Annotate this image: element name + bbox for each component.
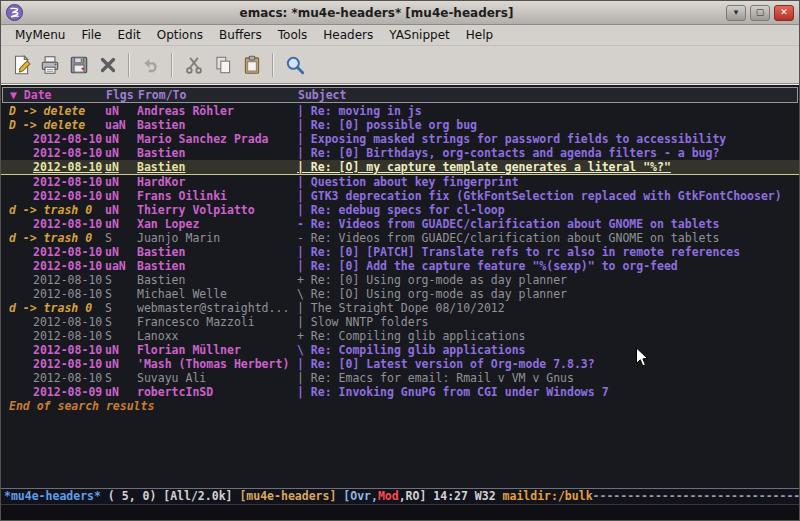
col-subject: | Re: [0] Latest version of Org-mode 7.8… bbox=[297, 357, 799, 371]
print-button[interactable] bbox=[35, 50, 64, 79]
message-row[interactable]: 2012-08-10uaNBastien| Re: [0] Add the ca… bbox=[1, 259, 799, 273]
col-date: 2012-08-10 bbox=[9, 146, 105, 160]
col-date: D -> delete bbox=[9, 118, 105, 132]
message-row[interactable]: 2012-08-10SLanoxx+ Re: Compiling glib ap… bbox=[1, 329, 799, 343]
message-row[interactable]: 2012-08-10SSuvayu Ali| Re: Emacs for ema… bbox=[1, 371, 799, 385]
buffer-empty-space bbox=[1, 413, 799, 488]
col-date: 2012-08-10 bbox=[9, 371, 105, 385]
col-subject: + Re: [0] Using org-mode as day planner bbox=[297, 273, 799, 287]
col-date: d -> trash 0 bbox=[9, 203, 105, 217]
col-date: 2012-08-10 bbox=[9, 189, 105, 203]
mode-line[interactable]: *mu4e-headers* ( 5, 0) [All/2.0k] [mu4e-… bbox=[1, 488, 799, 505]
message-row[interactable]: 2012-08-10uNHardKor| Question about key … bbox=[1, 175, 799, 189]
message-row[interactable]: D -> deleteuNAndreas Röhler| Re: moving … bbox=[1, 104, 799, 118]
col-flags: uN bbox=[105, 385, 137, 399]
toolbar bbox=[1, 46, 799, 84]
column-header-subject[interactable]: Subject bbox=[298, 88, 797, 102]
message-row[interactable]: 2012-08-10uNXan Lopez- Re: Videos from G… bbox=[1, 217, 799, 231]
window-buttons: ▾ ▢ ✕ bbox=[726, 5, 794, 21]
menu-bar: MyMenuFileEditOptionsBuffersToolsHeaders… bbox=[1, 25, 799, 46]
menu-item-mymenu[interactable]: MyMenu bbox=[7, 26, 73, 44]
column-header-from[interactable]: From/To bbox=[138, 88, 298, 102]
col-date: d -> trash 0 bbox=[9, 301, 105, 315]
col-subject: | Re: [O] my capture template generates … bbox=[297, 160, 799, 174]
message-row[interactable]: d -> trash 0Swebmaster@straightd...| The… bbox=[1, 301, 799, 315]
col-from: Frans Oilinki bbox=[137, 189, 297, 203]
titlebar[interactable]: emacs: *mu4e-headers* [mu4e-headers] ▾ ▢… bbox=[1, 1, 799, 25]
col-from: Suvayu Ali bbox=[137, 371, 297, 385]
col-from: Bastien bbox=[137, 273, 297, 287]
col-from: Bastien bbox=[137, 146, 297, 160]
col-subject: | Re: Invoking GnuPG from CGI under Wind… bbox=[297, 385, 799, 399]
col-flags: uN bbox=[105, 245, 137, 259]
message-row[interactable]: 2012-08-10SMichael Welle\ Re: [O] Using … bbox=[1, 287, 799, 301]
copy-icon bbox=[212, 54, 234, 76]
message-row[interactable]: 2012-08-10uN'Mash (Thomas Herbert)| Re: … bbox=[1, 357, 799, 371]
new-file-button[interactable] bbox=[6, 50, 35, 79]
modeline-time-window: 14:27 W32 bbox=[426, 489, 502, 504]
col-subject: | Re: [0] Add the capture feature "%(sex… bbox=[297, 259, 799, 273]
menu-item-buffers[interactable]: Buffers bbox=[211, 26, 270, 44]
message-row[interactable]: 2012-08-10uNFrans Oilinki| GTK3 deprecat… bbox=[1, 189, 799, 203]
col-from: Bastien bbox=[137, 259, 297, 273]
menu-item-yasnippet[interactable]: YASnippet bbox=[381, 26, 458, 44]
message-row[interactable]: 2012-08-10uNBastien| Re: [0] [PATCH] Tra… bbox=[1, 245, 799, 259]
col-flags: uN bbox=[105, 175, 137, 189]
col-flags: uN bbox=[105, 357, 137, 371]
close-buffer-icon bbox=[97, 54, 119, 76]
message-row[interactable]: 2012-08-10SFrancesco Mazzoli| Slow NNTP … bbox=[1, 315, 799, 329]
col-date: 2012-08-10 bbox=[9, 315, 105, 329]
search-button[interactable] bbox=[280, 50, 309, 79]
message-row[interactable]: 2012-08-10uNBastien| Re: [0] Birthdays, … bbox=[1, 146, 799, 160]
menu-item-edit[interactable]: Edit bbox=[110, 26, 149, 44]
col-from: robertcInSD bbox=[137, 385, 297, 399]
col-flags: S bbox=[105, 231, 137, 245]
col-flags: uN bbox=[105, 160, 137, 174]
col-from: Thierry Volpiatto bbox=[137, 203, 297, 217]
toolbar-separator bbox=[272, 53, 274, 77]
message-row[interactable]: D -> deleteuaNBastien| Re: [0] possible … bbox=[1, 118, 799, 132]
column-header-date[interactable]: ▼ Date bbox=[10, 88, 106, 102]
save-icon bbox=[68, 54, 90, 76]
modeline-maildir: maildir:/bulk bbox=[503, 489, 593, 504]
save-button[interactable] bbox=[64, 50, 93, 79]
message-row[interactable]: 2012-08-10SBastien+ Re: [0] Using org-mo… bbox=[1, 273, 799, 287]
col-date: d -> trash 0 bbox=[9, 231, 105, 245]
message-list: D -> deleteuNAndreas Röhler| Re: moving … bbox=[1, 104, 799, 399]
message-row[interactable]: 2012-08-10uNBastien| Re: [O] my capture … bbox=[1, 160, 799, 175]
col-from: Michael Welle bbox=[137, 287, 297, 301]
col-from: Lanoxx bbox=[137, 329, 297, 343]
menu-item-options[interactable]: Options bbox=[149, 26, 211, 44]
minibuffer[interactable] bbox=[1, 505, 799, 520]
close-buffer-button[interactable] bbox=[93, 50, 122, 79]
column-header-flags[interactable]: Flgs bbox=[106, 88, 138, 102]
message-row[interactable]: 2012-08-10uNFlorian Müllner\ Re: Compili… bbox=[1, 343, 799, 357]
menu-item-tools[interactable]: Tools bbox=[270, 26, 316, 44]
col-from: Florian Müllner bbox=[137, 343, 297, 357]
window-title: emacs: *mu4e-headers* [mu4e-headers] bbox=[27, 6, 726, 20]
col-date: 2012-08-10 bbox=[9, 175, 105, 189]
new-file-icon bbox=[10, 54, 32, 76]
col-flags: uN bbox=[105, 104, 137, 118]
col-flags: uN bbox=[105, 343, 137, 357]
col-subject: | Slow NNTP folders bbox=[297, 315, 799, 329]
paste-button[interactable] bbox=[237, 50, 266, 79]
menu-item-headers[interactable]: Headers bbox=[315, 26, 381, 44]
maximize-button[interactable]: ▢ bbox=[750, 5, 770, 21]
copy-button[interactable] bbox=[208, 50, 237, 79]
message-row[interactable]: 2012-08-10uNMario Sanchez Prada| Exposin… bbox=[1, 132, 799, 146]
col-date: 2012-08-10 bbox=[9, 343, 105, 357]
menu-item-help[interactable]: Help bbox=[458, 26, 501, 44]
col-subject: | The Straight Dope 08/10/2012 bbox=[297, 301, 799, 315]
message-row[interactable]: d -> trash 0uNThierry Volpiatto| Re: ede… bbox=[1, 203, 799, 217]
undo-button[interactable] bbox=[136, 50, 165, 79]
menu-item-file[interactable]: File bbox=[73, 26, 109, 44]
close-button[interactable]: ✕ bbox=[774, 5, 794, 21]
cut-button[interactable] bbox=[179, 50, 208, 79]
message-row[interactable]: 2012-08-09uNrobertcInSD| Re: Invoking Gn… bbox=[1, 385, 799, 399]
message-row[interactable]: d -> trash 0SJuanjo Marin- Re: Videos fr… bbox=[1, 231, 799, 245]
col-from: Mario Sanchez Prada bbox=[137, 132, 297, 146]
minimize-button[interactable]: ▾ bbox=[726, 5, 746, 21]
toolbar-separator bbox=[171, 53, 173, 77]
col-flags: S bbox=[105, 329, 137, 343]
